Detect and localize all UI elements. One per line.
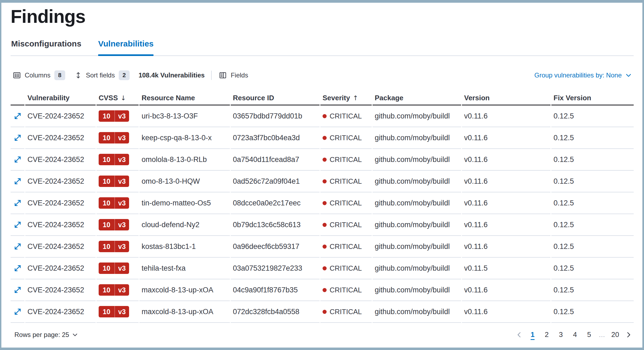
expand-row-button[interactable] <box>12 154 23 165</box>
cvss-score: 10 <box>99 284 114 296</box>
cell-cvss: 10v3 <box>96 258 139 279</box>
column-header-severity[interactable]: Severity↑ <box>320 91 372 105</box>
cell-fix-version: 0.12.5 <box>551 236 634 258</box>
cell-package: github.com/moby/buildl <box>373 258 461 279</box>
severity-label: CRITICAL <box>330 242 362 251</box>
cvss-score: 10 <box>99 197 114 209</box>
expand-row-button[interactable] <box>12 219 23 230</box>
page-button-1[interactable]: 1 <box>527 328 539 341</box>
tab-misconfigurations[interactable]: Misconfigurations <box>11 39 81 55</box>
expand-row-button[interactable] <box>12 176 23 187</box>
cell-cvss: 10v3 <box>96 171 139 192</box>
cvss-version: v3 <box>114 132 129 143</box>
rows-per-page-label: Rows per page: 25 <box>14 331 69 339</box>
severity-critical-dot <box>323 201 327 205</box>
cell-version: v0.11.5 <box>462 258 551 279</box>
page-title: Findings <box>11 6 634 27</box>
table-row: CVE-2024-2365210v3omolola-8-13-0-RLb0a75… <box>11 149 634 171</box>
table-footer: Rows per page: 25 12345…20 <box>11 323 634 348</box>
severity-critical-dot <box>323 310 327 314</box>
severity-critical-dot <box>323 114 327 118</box>
tab-vulnerabilities[interactable]: Vulnerabilities <box>98 39 154 55</box>
column-header-label: Fix Version <box>554 94 591 102</box>
cell-resource-id: 03a0753219827e233 <box>231 258 320 279</box>
page-button-2[interactable]: 2 <box>541 328 553 341</box>
group-by-selector[interactable]: Group vulnerabilities by: None <box>533 71 634 79</box>
table-row: CVE-2024-2365210v3kostas-813bc1-10a96dee… <box>11 236 634 258</box>
column-header-fix_version[interactable]: Fix Version <box>551 91 634 105</box>
cell-cvss: 10v3 <box>96 301 139 323</box>
column-header-resource_id[interactable]: Resource ID <box>231 91 320 105</box>
cvss-version: v3 <box>114 241 129 252</box>
cell-resource-id: 0ad526c72a09f04e1 <box>231 171 320 192</box>
column-header-version[interactable]: Version <box>462 91 551 105</box>
cvss-badge: 10v3 <box>99 132 129 143</box>
cell-resource-id: 0723a3f7bc0b4ea3d <box>231 127 320 149</box>
severity-label: CRITICAL <box>330 177 362 186</box>
cell-package: github.com/moby/buildl <box>373 149 461 171</box>
cell-fix-version: 0.12.5 <box>551 279 634 301</box>
expand-row-button[interactable] <box>12 197 23 209</box>
cell-cvss: 10v3 <box>96 149 139 171</box>
cell-version: v0.11.6 <box>462 301 551 323</box>
cvss-score: 10 <box>99 219 114 230</box>
expand-row-button[interactable] <box>12 110 23 122</box>
fields-button[interactable]: Fields <box>219 71 248 79</box>
column-header-package[interactable]: Package <box>373 91 461 105</box>
columns-button[interactable]: Columns 8 <box>13 70 65 80</box>
expand-row-button[interactable] <box>12 284 23 296</box>
page-button-4[interactable]: 4 <box>569 328 581 341</box>
column-header-vulnerability[interactable]: Vulnerability <box>25 91 96 105</box>
cell-version: v0.11.6 <box>462 149 551 171</box>
findings-page: Findings Misconfigurations Vulnerabiliti… <box>0 0 644 350</box>
expand-row-button[interactable] <box>12 241 23 252</box>
chevron-down-icon <box>72 332 78 338</box>
severity-critical-dot <box>323 158 327 162</box>
cvss-version: v3 <box>114 219 129 230</box>
cell-resource-id: 0a96deecf6cb59317 <box>231 236 320 258</box>
table-row: CVE-2024-2365210v3omo-8-13-0-HQW0ad526c7… <box>11 171 634 192</box>
cell-resource-id: 072dc328fcb4a0558 <box>231 301 320 323</box>
table-row: CVE-2024-2365210v3keep-csp-qa-8-13-0-x07… <box>11 127 634 149</box>
cell-vulnerability: CVE-2024-23652 <box>25 258 96 279</box>
rows-per-page-selector[interactable]: Rows per page: 25 <box>13 331 80 339</box>
cell-expander <box>11 105 24 127</box>
previous-page-button[interactable] <box>514 330 524 340</box>
cvss-badge: 10v3 <box>99 284 129 296</box>
cell-vulnerability: CVE-2024-23652 <box>25 149 96 171</box>
cell-severity: CRITICAL <box>320 149 372 171</box>
column-header-resource_name[interactable]: Resource Name <box>139 91 230 105</box>
next-page-button[interactable] <box>623 330 634 340</box>
cell-vulnerability: CVE-2024-23652 <box>25 279 96 301</box>
cell-package: github.com/moby/buildl <box>373 279 461 301</box>
column-header-label: Vulnerability <box>27 94 70 102</box>
cvss-badge: 10v3 <box>99 219 129 230</box>
fields-panel-icon <box>219 71 227 79</box>
page-button-5[interactable]: 5 <box>583 328 595 341</box>
expand-row-button[interactable] <box>12 262 23 274</box>
tab-bar: Misconfigurations Vulnerabilities <box>11 39 634 56</box>
cell-resource-name: kostas-813bc1-1 <box>139 236 230 258</box>
cell-resource-name: tehila-test-fxa <box>139 258 230 279</box>
table-row: CVE-2024-2365210v3maxcold-8-13-up-xOA04c… <box>11 279 634 301</box>
expand-row-button[interactable] <box>12 306 23 317</box>
cell-resource-name: cloud-defend-Ny2 <box>139 214 230 236</box>
cell-resource-name: maxcold-8-13-up-xOA <box>139 301 230 323</box>
column-header-cvss[interactable]: CVSS↓ <box>96 91 139 105</box>
cvss-version: v3 <box>114 284 129 296</box>
cell-resource-name: keep-csp-qa-8-13-0-x <box>139 127 230 149</box>
cell-expander <box>11 149 24 171</box>
column-header-label: Severity <box>323 94 350 102</box>
page-button-3[interactable]: 3 <box>555 328 567 341</box>
sort-fields-button-label: Sort fields <box>86 71 115 79</box>
page-button-20[interactable]: 20 <box>609 328 621 341</box>
sort-fields-button[interactable]: Sort fields 2 <box>74 70 130 80</box>
cell-vulnerability: CVE-2024-23652 <box>25 214 96 236</box>
expand-row-button[interactable] <box>12 132 23 143</box>
chevron-down-icon <box>625 72 632 79</box>
cell-fix-version: 0.12.5 <box>551 149 634 171</box>
cell-severity: CRITICAL <box>320 105 372 127</box>
table-row: CVE-2024-2365210v3maxcold-8-13-up-xOA072… <box>11 301 634 323</box>
expand-icon <box>13 155 22 164</box>
cell-fix-version: 0.12.5 <box>551 214 634 236</box>
